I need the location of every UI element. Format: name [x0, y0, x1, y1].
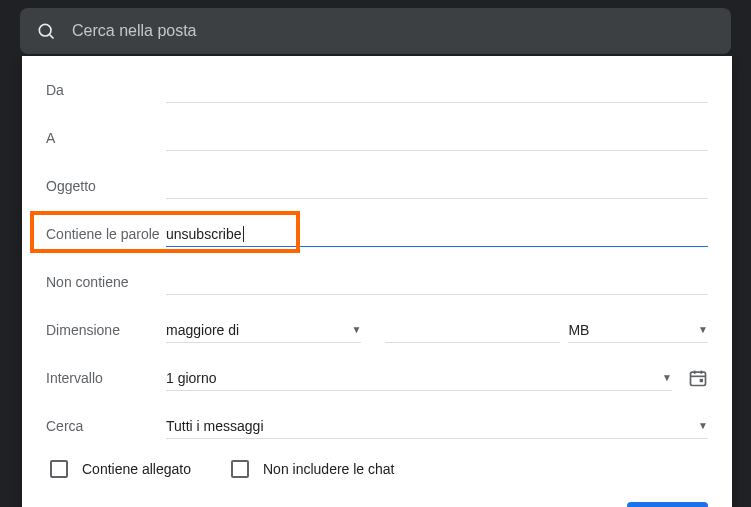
- interval-row: Intervallo 1 giorno ▼: [46, 364, 708, 392]
- create-filter-button[interactable]: Crea filtro: [506, 502, 611, 507]
- search-in-value: Tutti i messaggi: [166, 418, 264, 434]
- has-words-input[interactable]: unsubscribe: [166, 222, 708, 247]
- checkbox-icon: [50, 460, 68, 478]
- chevron-down-icon: ▼: [698, 324, 708, 335]
- not-has-row: Non contiene: [46, 268, 708, 296]
- size-operator-value: maggiore di: [166, 322, 239, 338]
- has-attachment-checkbox[interactable]: Contiene allegato: [50, 460, 191, 478]
- size-unit-value: MB: [568, 322, 589, 338]
- chevron-down-icon: ▼: [698, 420, 708, 431]
- search-in-label: Cerca: [46, 418, 166, 434]
- size-label: Dimensione: [46, 322, 166, 338]
- search-button[interactable]: Cerca: [627, 502, 708, 507]
- button-row: Crea filtro Cerca: [46, 502, 708, 507]
- from-label: Da: [46, 82, 166, 98]
- size-value-input[interactable]: [385, 318, 560, 343]
- interval-select[interactable]: 1 giorno ▼: [166, 366, 672, 391]
- search-in-select[interactable]: Tutti i messaggi ▼: [166, 414, 708, 439]
- from-row: Da: [46, 76, 708, 104]
- has-words-label: Contiene le parole: [46, 226, 166, 242]
- global-search-bar[interactable]: [20, 8, 731, 54]
- svg-rect-2: [691, 372, 706, 385]
- checkbox-row: Contiene allegato Non includere le chat: [46, 460, 708, 478]
- size-unit-select[interactable]: MB ▼: [568, 318, 708, 343]
- exclude-chat-checkbox[interactable]: Non includere le chat: [231, 460, 395, 478]
- advanced-search-panel: Da A Oggetto Contiene le parole unsubscr…: [22, 56, 732, 507]
- exclude-chat-label: Non includere le chat: [263, 461, 395, 477]
- size-operator-select[interactable]: maggiore di ▼: [166, 318, 361, 343]
- interval-value: 1 giorno: [166, 370, 217, 386]
- chevron-down-icon: ▼: [662, 372, 672, 383]
- checkbox-icon: [231, 460, 249, 478]
- has-attachment-label: Contiene allegato: [82, 461, 191, 477]
- svg-line-1: [50, 35, 54, 39]
- to-label: A: [46, 130, 166, 146]
- interval-label: Intervallo: [46, 370, 166, 386]
- svg-point-0: [39, 24, 51, 36]
- global-search-input[interactable]: [72, 22, 715, 40]
- to-row: A: [46, 124, 708, 152]
- subject-label: Oggetto: [46, 178, 166, 194]
- not-has-label: Non contiene: [46, 274, 166, 290]
- subject-input[interactable]: [166, 174, 708, 199]
- chevron-down-icon: ▼: [352, 324, 362, 335]
- has-words-row: Contiene le parole unsubscribe: [46, 220, 708, 248]
- not-has-input[interactable]: [166, 270, 708, 295]
- svg-rect-6: [700, 379, 703, 382]
- has-words-value: unsubscribe: [166, 226, 242, 242]
- from-input[interactable]: [166, 78, 708, 103]
- text-cursor: [243, 226, 244, 242]
- size-row: Dimensione maggiore di ▼ MB ▼: [46, 316, 708, 344]
- calendar-icon[interactable]: [688, 368, 708, 388]
- search-in-row: Cerca Tutti i messaggi ▼: [46, 412, 708, 440]
- to-input[interactable]: [166, 126, 708, 151]
- search-icon: [36, 21, 56, 41]
- subject-row: Oggetto: [46, 172, 708, 200]
